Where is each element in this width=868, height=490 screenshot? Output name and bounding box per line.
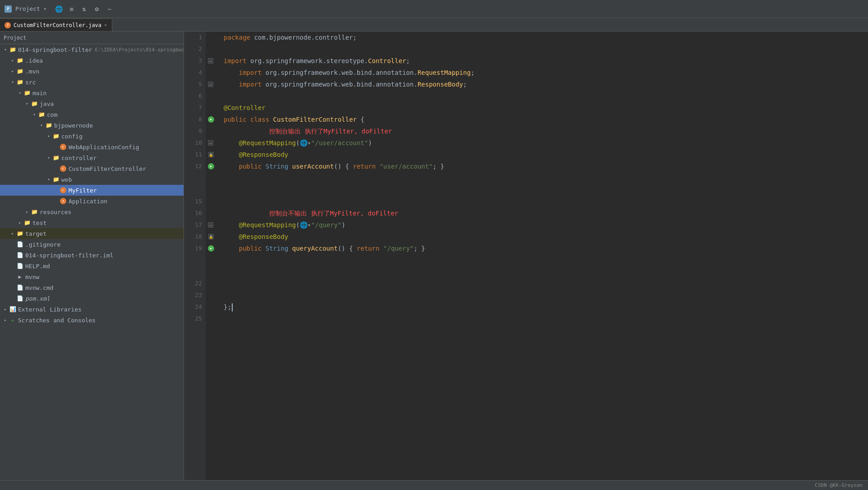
align-justify-icon[interactable]: ≡ [68, 5, 75, 13]
tab-close-icon[interactable]: ✕ [104, 22, 107, 28]
sidebar-item-root[interactable]: 📁 014-springboot-filter E:\IDEA\Projects… [0, 44, 184, 55]
code-area[interactable]: package com.bjpowernode.controller; impo… [216, 32, 868, 480]
text-file-icon-gitignore: 📄 [16, 241, 23, 248]
iml-file-icon: 📄 [16, 252, 23, 259]
arrow-test [16, 219, 23, 226]
code-line-19: public String queryAccount() { return "/… [224, 243, 861, 254]
arrow-webappconfig [52, 143, 60, 151]
folder-bjpowernode-icon: 📁 [45, 122, 52, 129]
code-line-11: @ResponseBody [224, 149, 861, 160]
sidebar-item-controller[interactable]: 📁 controller [0, 152, 184, 163]
line-content-18: @ResponseBody [224, 231, 861, 243]
arrow-web [45, 176, 52, 183]
code-editor[interactable]: 1 2 3 4 5 6 7 8 9 10 11 12 13 14 15 16 1… [184, 32, 868, 480]
item-label-pomxml: pom.xml [25, 295, 50, 302]
arrow-bjpowernode [38, 122, 45, 129]
line-content-8: public class CustomFilterController { [224, 114, 861, 125]
code-line-3: import org.springframework.stereotype.Co… [224, 55, 861, 67]
sidebar-item-config[interactable]: 📁 config [0, 131, 184, 142]
sidebar-item-gitignore[interactable]: 📄 .gitignore [0, 239, 184, 250]
sidebar-item-mvn[interactable]: 📁 .mvn [0, 66, 184, 77]
arrow-scratches [2, 316, 9, 324]
code-line-21 [224, 266, 861, 278]
sidebar-item-web[interactable]: 📁 web [0, 174, 184, 185]
run-icon-19[interactable]: ▶ [208, 245, 214, 252]
sidebar-item-helpmd[interactable]: 📄 HELP.md [0, 261, 184, 271]
line-content-17: @RequestMapping(🌐▾"/query") [224, 219, 861, 231]
sort-icon[interactable]: ⇅ [81, 5, 88, 13]
sidebar-item-extlibs[interactable]: 📊 External Libraries [0, 304, 184, 315]
arrow-target [9, 230, 16, 237]
tab-custom-filter-controller[interactable]: J CustomFilterController.java ✕ [0, 18, 112, 31]
sidebar-item-idea[interactable]: 📁 .idea [0, 55, 184, 66]
arrow-idea [9, 57, 16, 64]
code-line-20 [224, 254, 861, 266]
credit-label: CSDN @KK-Greyson [815, 482, 863, 488]
fold-marker-17[interactable]: − [208, 222, 213, 228]
code-line-2 [224, 43, 861, 55]
project-icon: P [5, 5, 12, 13]
item-label-target: target [25, 230, 46, 237]
md-file-icon: 📄 [16, 262, 23, 270]
sidebar-item-customfiltercontroller[interactable]: C CustomFilterController [0, 163, 184, 174]
sidebar-item-mvnwcmd[interactable]: 📄 mvnw.cmd [0, 282, 184, 293]
fold-marker-3[interactable]: − [208, 58, 213, 64]
globe-icon[interactable]: 🌐 [55, 5, 63, 13]
sidebar-item-myfilter[interactable]: C MyFilter [0, 185, 184, 196]
project-dropdown-icon[interactable]: ▾ [44, 6, 46, 11]
folder-web-icon: 📁 [52, 176, 60, 183]
arrow-java [23, 100, 31, 107]
code-line-8: public class CustomFilterController { [224, 114, 861, 125]
fold-marker-5[interactable]: − [208, 82, 213, 87]
arrow-application [52, 197, 60, 205]
item-label-idea: .idea [25, 57, 43, 64]
item-label-gitignore: .gitignore [25, 241, 60, 248]
fold-marker-10[interactable]: − [208, 140, 213, 146]
code-line-6 [224, 90, 861, 102]
sidebar-item-mvnw[interactable]: ▶ mvnw [0, 271, 184, 282]
arrow-mvnw [9, 273, 16, 280]
sidebar-item-test[interactable]: 📁 test [0, 217, 184, 228]
folder-com-icon: 📁 [38, 111, 45, 118]
arrow-controller [45, 154, 52, 161]
project-label[interactable]: Project [15, 5, 40, 12]
script-file-icon: ▶ [16, 273, 23, 280]
sidebar-item-iml[interactable]: 📄 014-springboot-filter.iml [0, 250, 184, 261]
sidebar-item-main[interactable]: 📁 main [0, 87, 184, 98]
sidebar-item-scratches[interactable]: ✏ Scratches and Consoles [0, 315, 184, 325]
sidebar-item-application[interactable]: A Application [0, 196, 184, 206]
minimize-icon[interactable]: − [106, 5, 113, 13]
sidebar-item-webappconfig[interactable]: C WebApplicationConfig [0, 142, 184, 152]
item-label-webappconfig: WebApplicationConfig [69, 144, 139, 151]
lock-marker-11: 🔒 [208, 152, 214, 157]
line-content-19: public String queryAccount() { return "/… [224, 243, 861, 254]
code-line-10: @RequestMapping(🌐▾"/user/account") [224, 137, 861, 149]
code-line-22 [224, 278, 861, 289]
folder-mvn-icon: 📁 [16, 68, 23, 75]
arrow-config [45, 133, 52, 140]
java-file-tab-icon: J [5, 22, 11, 28]
bottom-bar: CSDN @KK-Greyson [0, 480, 868, 490]
item-label-test: test [32, 220, 46, 226]
run-icon-8[interactable]: ▶ [208, 116, 214, 123]
code-line-13 [224, 172, 861, 184]
sidebar-item-src[interactable]: 📁 src [0, 77, 184, 87]
folder-config-icon: 📁 [52, 133, 60, 140]
sidebar-item-resources[interactable]: 📁 resources [0, 206, 184, 217]
sidebar-item-target[interactable]: 📁 target [0, 228, 184, 239]
sidebar-item-bjpowernode[interactable]: 📁 bjpowernode [0, 120, 184, 131]
code-line-17: @RequestMapping(🌐▾"/query") [224, 219, 861, 231]
folder-test-icon: 📁 [23, 219, 31, 226]
sidebar-item-pomxml[interactable]: 📄 pom.xml [0, 293, 184, 304]
arrow-src [9, 78, 16, 86]
gear-icon[interactable]: ⚙ [93, 5, 101, 13]
sidebar-item-com[interactable]: 📁 com [0, 109, 184, 120]
arrow-resources [23, 208, 31, 215]
item-label-bjpowernode: bjpowernode [54, 122, 93, 129]
item-path-root: E:\IDEA\Projects\014-springboo [95, 47, 184, 53]
sidebar-item-java[interactable]: 📁 java [0, 98, 184, 109]
line-content-5: import org.springframework.web.bind.anno… [224, 78, 861, 90]
item-label-mvnw: mvnw [25, 274, 39, 280]
code-line-12: public String userAccount() { return "us… [224, 160, 861, 172]
run-icon-12[interactable]: ▶ [208, 163, 214, 169]
